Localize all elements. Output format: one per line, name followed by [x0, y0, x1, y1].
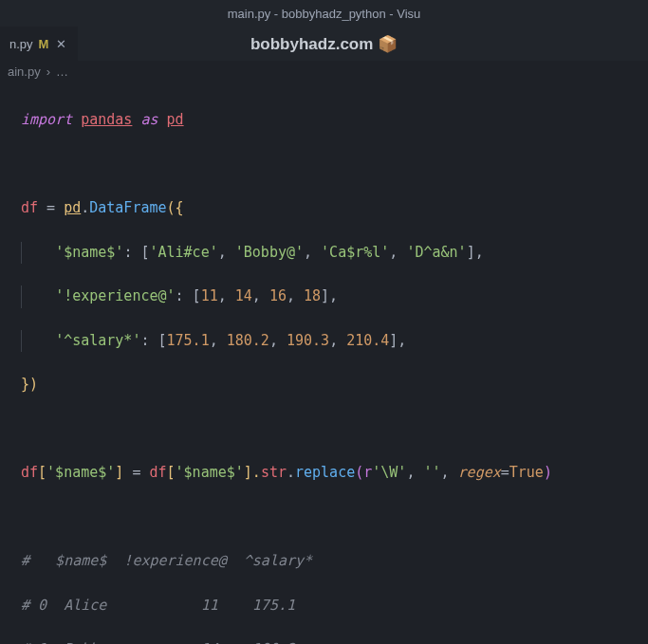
window-title-bar: main.py - bobbyhadz_python - Visu	[0, 0, 648, 27]
tab-label: n.py	[9, 37, 33, 51]
tab-main-py[interactable]: n.py M ✕	[0, 27, 78, 61]
breadcrumb[interactable]: ain.py › …	[0, 61, 648, 82]
close-icon[interactable]: ✕	[54, 37, 68, 51]
code-editor[interactable]: import pandas as pd df = pd.DataFrame({ …	[0, 82, 648, 644]
tab-modified-badge: M	[39, 37, 49, 51]
chevron-right-icon: ›	[46, 64, 50, 79]
window-title: main.py - bobbyhadz_python - Visu	[228, 7, 421, 21]
watermark: bobbyhadz.com 📦	[250, 34, 398, 54]
breadcrumb-more: …	[56, 64, 68, 79]
tabs-bar: n.py M ✕ bobbyhadz.com 📦	[0, 27, 648, 61]
breadcrumb-file: ain.py	[8, 64, 41, 79]
